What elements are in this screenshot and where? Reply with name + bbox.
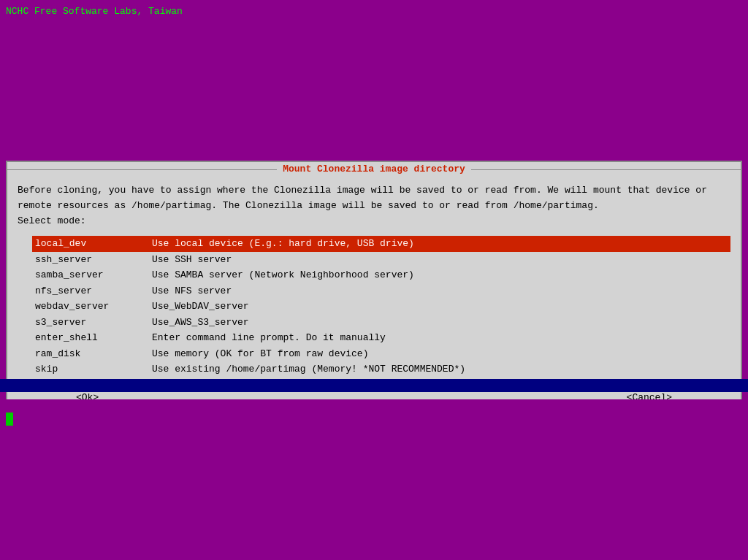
menu-item-local_dev[interactable]: local_dev Use local device (E.g.: hard d…	[32, 236, 730, 252]
menu-item-key-webdav_server: webdav_server	[35, 299, 152, 314]
menu-item-value-ssh_server: Use SSH server	[152, 253, 232, 267]
menu-item-value-webdav_server: Use_WebDAV_server	[152, 299, 249, 314]
menu-item-skip[interactable]: skip Use existing /home/partimag (Memory…	[32, 361, 730, 377]
menu-item-webdav_server[interactable]: webdav_server Use_WebDAV_server	[32, 299, 730, 315]
bottom-bar	[0, 379, 748, 392]
menu-item-key-nfs_server: nfs_server	[35, 284, 152, 299]
desc-line1: Before cloning, you have to assign where…	[18, 183, 730, 199]
menu-item-key-s3_server: s3_server	[35, 315, 152, 330]
description-text: Before cloning, you have to assign where…	[18, 183, 730, 229]
menu-item-value-ram_disk: Use memory (OK for BT from raw device)	[152, 347, 368, 361]
menu-item-value-nfs_server: Use NFS server	[152, 284, 232, 299]
menu-item-key-ssh_server: ssh_server	[35, 253, 152, 267]
menu-list: local_dev Use local device (E.g.: hard d…	[32, 236, 730, 377]
menu-item-key-local_dev: local_dev	[35, 237, 152, 251]
menu-item-key-enter_shell: enter_shell	[35, 331, 152, 345]
menu-item-nfs_server[interactable]: nfs_server Use NFS server	[32, 283, 730, 299]
select-mode-label: Select mode:	[18, 214, 730, 229]
terminal-area	[0, 399, 748, 560]
menu-item-key-ram_disk: ram_disk	[35, 347, 152, 361]
menu-item-value-skip: Use existing /home/partimag (Memory! *NO…	[152, 362, 465, 377]
terminal-cursor	[6, 413, 13, 426]
topbar-label: NCHC Free Software Labs, Taiwan	[6, 6, 183, 17]
menu-item-value-local_dev: Use local device (E.g.: hard drive, USB …	[152, 237, 414, 251]
menu-item-ssh_server[interactable]: ssh_server Use SSH server	[32, 252, 730, 268]
dialog-title: Mount Clonezilla image directory	[277, 164, 471, 174]
menu-item-samba_server[interactable]: samba_server Use SAMBA server (Network N…	[32, 267, 730, 283]
top-bar-text: NCHC Free Software Labs, Taiwan	[6, 6, 183, 17]
menu-item-value-enter_shell: Enter command line prompt. Do it manuall…	[152, 331, 386, 345]
menu-item-value-s3_server: Use_AWS_S3_server	[152, 315, 249, 330]
menu-item-key-samba_server: samba_server	[35, 268, 152, 283]
menu-item-s3_server[interactable]: s3_server Use_AWS_S3_server	[32, 315, 730, 331]
dialog-title-bar: Mount Clonezilla image directory	[7, 162, 741, 176]
menu-item-ram_disk[interactable]: ram_disk Use memory (OK for BT from raw …	[32, 346, 730, 362]
menu-item-enter_shell[interactable]: enter_shell Enter command line prompt. D…	[32, 330, 730, 346]
menu-item-key-skip: skip	[35, 362, 152, 377]
desc-line2: remote resources as /home/partimag. The …	[18, 199, 730, 214]
menu-item-value-samba_server: Use SAMBA server (Network Neighborhood s…	[152, 268, 414, 283]
